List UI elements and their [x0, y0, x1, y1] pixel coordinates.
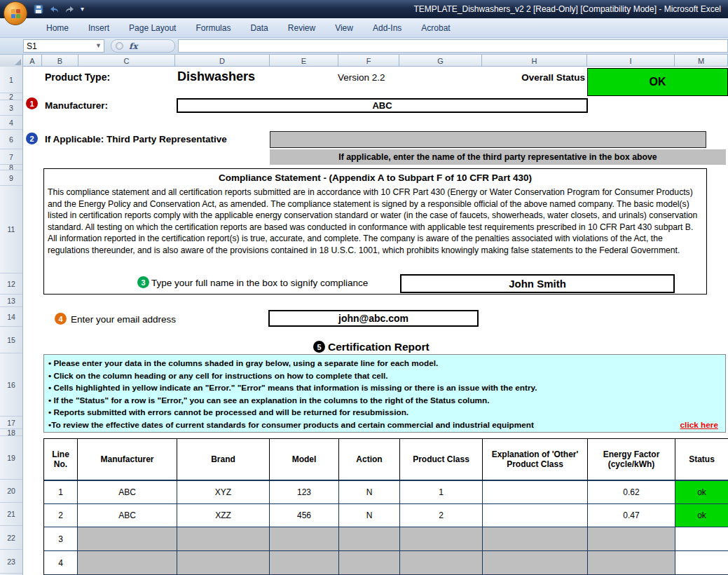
table-cell-energy-factor[interactable]: 0.47 [588, 504, 675, 527]
column-header-m[interactable]: M [675, 55, 728, 67]
table-cell-model[interactable] [270, 551, 339, 575]
row-header[interactable]: 20 [0, 480, 22, 503]
undo-icon[interactable] [48, 5, 60, 14]
row-header[interactable]: 18 [0, 429, 22, 436]
row-header[interactable]: 17 [0, 417, 22, 429]
quick-access-dropdown-icon[interactable]: ▾ [81, 3, 84, 15]
insert-function-button[interactable]: fx [129, 41, 137, 51]
table-cell-action[interactable] [339, 551, 400, 575]
compliance-name-input[interactable]: John Smith [400, 274, 675, 293]
table-cell-explanation[interactable] [483, 481, 588, 504]
formula-input[interactable] [178, 39, 728, 53]
tab-review[interactable]: Review [278, 20, 325, 36]
table-cell-line[interactable]: 1 [44, 481, 78, 504]
tab-formulas[interactable]: Formulas [186, 20, 240, 36]
column-header-a[interactable]: A [23, 55, 42, 67]
select-all-button[interactable] [0, 55, 23, 67]
row-header[interactable]: 19 [0, 436, 22, 480]
overall-status-value[interactable]: OK [587, 68, 728, 96]
table-cell-manufacturer[interactable]: ABC [78, 504, 177, 527]
email-input[interactable]: john@abc.com [268, 310, 479, 327]
row-header[interactable]: 23 [0, 550, 22, 574]
table-cell-action[interactable] [339, 527, 400, 551]
table-cell-brand[interactable]: XZZ [177, 504, 270, 527]
tab-add-ins[interactable]: Add-Ins [363, 20, 411, 36]
tab-page-layout[interactable]: Page Layout [119, 20, 186, 36]
column-header-d[interactable]: D [175, 55, 270, 67]
row-header[interactable]: 14 [0, 307, 22, 327]
table-cell-manufacturer[interactable] [78, 527, 177, 551]
row-header[interactable]: 6 [0, 130, 22, 149]
col-header-explanation[interactable]: Explanation of 'Other' Product Class [483, 439, 588, 481]
formula-bar-handle[interactable] [116, 42, 123, 50]
table-cell-manufacturer[interactable]: ABC [78, 481, 177, 504]
table-cell-brand[interactable]: XYZ [177, 481, 270, 504]
column-header-h[interactable]: H [482, 55, 587, 67]
table-cell-manufacturer[interactable] [78, 551, 177, 575]
table-cell-brand[interactable] [177, 551, 270, 575]
table-cell-model[interactable]: 456 [270, 504, 339, 527]
tab-insert[interactable]: Insert [78, 20, 119, 36]
table-cell-brand[interactable] [177, 527, 270, 551]
col-header-status[interactable]: Status [675, 439, 728, 481]
row-header[interactable]: 8 [0, 165, 22, 170]
table-cell-product-class[interactable] [400, 527, 483, 551]
status-cell[interactable]: ok [675, 481, 728, 504]
column-header-e[interactable]: E [270, 55, 338, 67]
table-cell-product-class[interactable]: 2 [400, 504, 483, 527]
save-icon[interactable] [34, 4, 43, 14]
tab-data[interactable]: Data [240, 20, 277, 36]
row-header[interactable]: 9 [0, 170, 22, 186]
table-cell-product-class[interactable]: 1 [400, 481, 483, 504]
table-cell-line[interactable]: 4 [44, 551, 78, 575]
col-header-brand[interactable]: Brand [177, 439, 270, 481]
table-cell-energy-factor[interactable]: 0.62 [588, 481, 675, 504]
col-header-product-class[interactable]: Product Class [400, 439, 483, 481]
status-cell[interactable] [675, 527, 728, 551]
col-header-line-no[interactable]: Line No. [44, 439, 78, 481]
table-cell-energy-factor[interactable] [588, 527, 675, 551]
row-header[interactable]: 2 [0, 93, 22, 100]
status-cell[interactable]: ok [675, 504, 728, 527]
table-cell-action[interactable]: N [339, 504, 400, 527]
column-header-b[interactable]: B [42, 55, 78, 67]
row-header[interactable]: 21 [0, 503, 22, 526]
table-cell-product-class[interactable] [400, 551, 483, 575]
column-header-g[interactable]: G [399, 55, 482, 67]
name-box-dropdown-icon[interactable]: ▼ [95, 42, 102, 49]
row-header[interactable]: 7 [0, 149, 22, 165]
row-header[interactable]: 12 [0, 273, 22, 295]
tab-view[interactable]: View [325, 20, 363, 36]
col-header-model[interactable]: Model [270, 439, 339, 481]
row-header[interactable]: 3 [0, 100, 22, 116]
column-header-f[interactable]: F [338, 55, 399, 67]
row-header[interactable]: 16 [0, 353, 22, 417]
col-header-energy-factor[interactable]: Energy Factor (cycle/kWh) [588, 439, 675, 481]
status-cell[interactable] [675, 551, 728, 575]
row-header[interactable]: 13 [0, 295, 22, 307]
row-header[interactable]: 22 [0, 526, 22, 550]
table-cell-line[interactable]: 3 [44, 527, 78, 551]
table-cell-line[interactable]: 2 [44, 504, 78, 527]
tab-home[interactable]: Home [36, 20, 78, 36]
third-party-input[interactable] [270, 131, 706, 148]
name-box[interactable]: S1 ▼ [23, 39, 104, 53]
table-cell-explanation[interactable] [483, 551, 588, 575]
table-cell-explanation[interactable] [483, 527, 588, 551]
table-cell-model[interactable] [270, 527, 339, 551]
manufacturer-input[interactable]: ABC [177, 98, 588, 113]
tab-acrobat[interactable]: Acrobat [411, 20, 460, 36]
col-header-action[interactable]: Action [339, 439, 400, 481]
table-cell-model[interactable]: 123 [270, 481, 339, 504]
column-header-c[interactable]: C [78, 55, 175, 67]
col-header-manufacturer[interactable]: Manufacturer [78, 439, 177, 481]
office-button[interactable] [4, 1, 27, 25]
row-header[interactable]: 4 [0, 116, 22, 130]
table-cell-explanation[interactable] [483, 504, 588, 527]
click-here-link[interactable]: click here [680, 419, 718, 432]
row-header[interactable]: 11 [0, 186, 22, 273]
row-header[interactable]: 15 [0, 327, 22, 353]
row-header[interactable]: 1 [0, 67, 22, 93]
column-header-i[interactable]: I [587, 55, 675, 67]
table-cell-action[interactable]: N [339, 481, 400, 504]
